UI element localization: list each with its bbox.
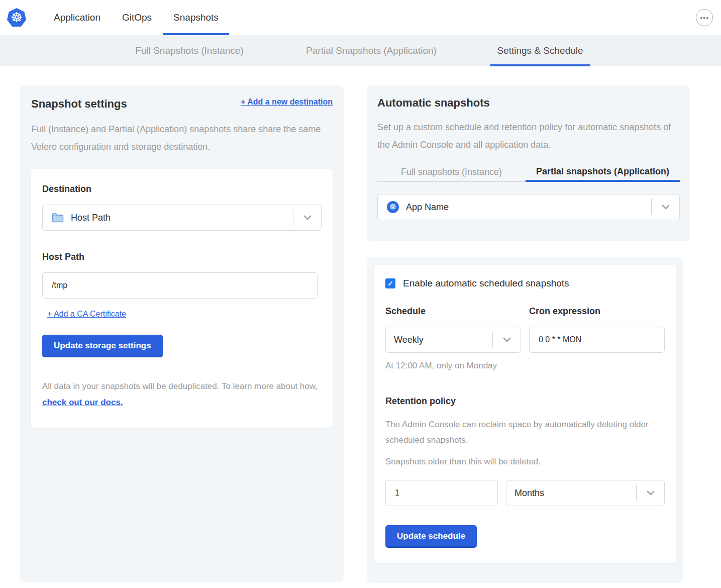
retention-unit-value: Months <box>514 488 544 499</box>
schedule-card: ✓ Enable automatic scheduled snapshots S… <box>367 257 683 583</box>
settings-schedule-page: Snapshot settings + Add a new destinatio… <box>0 66 721 588</box>
ellipsis-icon: ●●● <box>700 16 709 20</box>
subnav-tab-settings-schedule[interactable]: Settings & Schedule <box>490 35 590 66</box>
destination-select-value: Host Path <box>71 213 111 223</box>
dedup-text: All data in your snapshots will be dedup… <box>42 381 318 391</box>
app-select-value: App Name <box>406 202 449 213</box>
snapshots-subnav: Full Snapshots (Instance) Partial Snapsh… <box>0 35 721 66</box>
tab-full-snapshots-instance[interactable]: Full snapshots (Instance) <box>377 163 526 182</box>
chevron-down-icon <box>503 337 511 342</box>
schedule-frequency-value: Weekly <box>394 335 424 345</box>
destination-select[interactable]: Host Path <box>42 205 322 231</box>
snapshot-settings-title: Snapshot settings <box>31 97 127 111</box>
primary-nav-tabs: Application GitOps Snapshots <box>54 0 219 35</box>
destination-select-caret[interactable] <box>293 210 321 226</box>
app-kubernetes-icon: ☸ <box>387 201 399 213</box>
chevron-down-icon <box>647 491 655 496</box>
enable-snapshots-label: Enable automatic scheduled snapshots <box>403 278 569 289</box>
destination-label: Destination <box>42 184 322 194</box>
automatic-snapshots-title: Automatic snapshots <box>377 96 680 110</box>
tab-partial-snapshots-application[interactable]: Partial snapshots (Application) <box>526 163 680 182</box>
folder-icon <box>52 213 64 223</box>
kubernetes-wheel-glyph: ☸ <box>389 203 396 211</box>
snapshot-settings-card: Snapshot settings + Add a new destinatio… <box>20 85 344 582</box>
kubernetes-logo-icon: ☸ <box>7 8 26 27</box>
retention-policy-description: The Admin Console can reclaim space by a… <box>385 417 652 448</box>
snapshot-settings-description: Full (Instance) and Partial (Application… <box>31 121 325 156</box>
nav-tab-gitops[interactable]: GitOps <box>122 0 152 35</box>
cron-expression-input[interactable] <box>529 327 665 353</box>
dedup-note: All data in your snapshots will be dedup… <box>42 378 322 411</box>
add-ca-certificate-link[interactable]: + Add a CA Certificate <box>47 310 126 319</box>
subnav-tab-partial-snapshots[interactable]: Partial Snapshots (Application) <box>299 35 444 66</box>
automatic-snapshots-description: Set up a custom schedule and retention p… <box>377 119 671 154</box>
storage-settings-panel: Destination Host Path Host Path + Add a … <box>31 169 333 428</box>
enable-snapshots-checkbox[interactable]: ✓ <box>385 278 395 288</box>
chevron-down-icon <box>662 205 670 210</box>
app-select-caret[interactable] <box>651 199 679 215</box>
nav-tab-snapshots[interactable]: Snapshots <box>173 0 219 35</box>
add-destination-link[interactable]: + Add a new destination <box>241 97 333 107</box>
schedule-frequency-select[interactable]: Weekly <box>385 327 521 353</box>
cron-human-readable: At 12:00 AM, only on Monday <box>385 361 521 371</box>
more-menu-button[interactable]: ●●● <box>696 9 713 26</box>
cron-expression-label: Cron expression <box>529 306 665 317</box>
update-schedule-button[interactable]: Update schedule <box>385 525 477 548</box>
retention-unit-caret[interactable] <box>636 485 664 501</box>
automatic-snapshots-card: Automatic snapshots Set up a custom sche… <box>367 85 690 241</box>
kubernetes-wheel-glyph: ☸ <box>11 11 23 25</box>
chevron-down-icon <box>303 215 312 220</box>
retention-value-input[interactable] <box>385 480 498 506</box>
app-select[interactable]: ☸ App Name <box>377 194 680 220</box>
retention-hint: Snapshots older than this will be delete… <box>385 457 665 467</box>
snapshot-scope-tabs: Full snapshots (Instance) Partial snapsh… <box>377 163 680 182</box>
schedule-label: Schedule <box>385 306 521 317</box>
top-navigation: ☸ Application GitOps Snapshots ●●● <box>0 0 721 35</box>
docs-link[interactable]: check out our docs. <box>42 398 123 407</box>
schedule-panel: ✓ Enable automatic scheduled snapshots S… <box>374 265 676 563</box>
host-path-input[interactable] <box>42 272 318 299</box>
schedule-frequency-caret[interactable] <box>492 332 521 348</box>
update-storage-settings-button[interactable]: Update storage settings <box>42 335 163 357</box>
retention-policy-title: Retention policy <box>385 396 665 407</box>
subnav-tab-full-snapshots[interactable]: Full Snapshots (Instance) <box>128 35 250 66</box>
retention-unit-select[interactable]: Months <box>506 480 665 506</box>
host-path-label: Host Path <box>42 252 322 262</box>
check-icon: ✓ <box>387 279 393 287</box>
nav-tab-application[interactable]: Application <box>54 0 100 35</box>
